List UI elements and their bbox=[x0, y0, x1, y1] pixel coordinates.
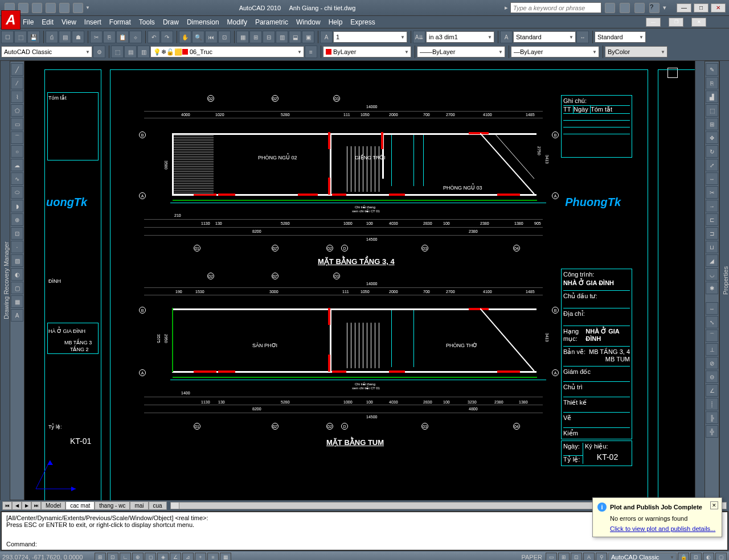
sb-maximize-icon[interactable]: ⊡ bbox=[571, 553, 582, 561]
mod-break1-icon[interactable]: ⊏ bbox=[706, 213, 718, 226]
qat-redo-icon[interactable] bbox=[59, 3, 69, 13]
tb-tool[interactable]: ⊟ bbox=[263, 31, 275, 43]
menu-parametric[interactable]: Parametric bbox=[255, 18, 288, 26]
sb-model-icon[interactable]: ▭ bbox=[546, 553, 557, 561]
textstyle-select[interactable]: Standard bbox=[513, 31, 576, 43]
mod-fillet-icon[interactable]: ◡ bbox=[706, 268, 718, 281]
draw-circle-icon[interactable]: ○ bbox=[11, 145, 23, 158]
tb-plot[interactable]: ⎙ bbox=[46, 31, 58, 43]
draw-point-icon[interactable]: · bbox=[11, 241, 23, 253]
draw-line-icon[interactable]: ╱ bbox=[11, 63, 23, 76]
mod-chamfer-icon[interactable]: ◢ bbox=[706, 254, 718, 267]
mod-trim-icon[interactable]: ✂ bbox=[706, 186, 718, 199]
sb-qp-icon[interactable]: ▦ bbox=[220, 553, 231, 561]
close-button[interactable]: ✕ bbox=[711, 3, 726, 13]
mod-explode-icon[interactable]: ✱ bbox=[706, 282, 718, 294]
lineweight-select[interactable]: — ByLayer bbox=[511, 46, 599, 57]
tb-new[interactable]: ☐ bbox=[1, 31, 14, 43]
mod-erase-icon[interactable]: ✎ bbox=[706, 63, 718, 76]
tb-ws-settings[interactable]: ⚙ bbox=[93, 46, 105, 58]
draw-arc-icon[interactable]: ⌒ bbox=[11, 131, 23, 144]
qat-undo-icon[interactable] bbox=[46, 3, 56, 13]
tb-dim1[interactable]: ↔ bbox=[576, 31, 589, 43]
sb-annovis-icon[interactable]: ⚲ bbox=[596, 553, 607, 561]
qat-save-icon[interactable] bbox=[32, 3, 42, 13]
tablestyle-select[interactable]: Standard bbox=[595, 31, 646, 43]
sb-ortho-icon[interactable]: ∟ bbox=[120, 553, 131, 561]
notif-close-icon[interactable]: ✕ bbox=[710, 501, 718, 509]
sb-lock-icon[interactable]: 🔒 bbox=[678, 553, 689, 561]
mod-mirror-icon[interactable]: ▟ bbox=[706, 90, 718, 103]
menu-window[interactable]: Window bbox=[296, 18, 321, 26]
draw-ellipse-icon[interactable]: ⬭ bbox=[11, 186, 23, 199]
tb-open[interactable]: ⬚ bbox=[14, 31, 27, 43]
mod-scale-icon[interactable]: ⤢ bbox=[706, 159, 718, 171]
draw-gradient-icon[interactable]: ◐ bbox=[11, 268, 23, 281]
doc-restore[interactable]: ❐ bbox=[669, 18, 683, 27]
layer-select[interactable]: 💡❄🔓🟨 06_Truc bbox=[150, 46, 304, 57]
tb-publish[interactable]: ☗ bbox=[72, 31, 84, 43]
draw-polygon-icon[interactable]: ⬠ bbox=[11, 104, 23, 117]
dim-base-icon[interactable]: ╠ bbox=[706, 411, 718, 424]
doc-close[interactable]: ✕ bbox=[691, 18, 706, 27]
sb-dyn-icon[interactable]: + bbox=[195, 553, 206, 561]
right-palette-tabs[interactable]: Properties bbox=[719, 61, 729, 500]
menu-modify[interactable]: Modify bbox=[227, 18, 247, 26]
tb-preview[interactable]: ▤ bbox=[59, 31, 71, 43]
draw-ellipsearc-icon[interactable]: ◗ bbox=[11, 200, 23, 212]
mod-offset-icon[interactable]: ⬚ bbox=[706, 104, 718, 117]
tb-match[interactable]: ⟐ bbox=[129, 31, 142, 43]
tab-cacmat[interactable]: cac mat bbox=[65, 501, 95, 510]
sb-polar-icon[interactable]: ⊕ bbox=[132, 553, 144, 561]
dim-cont-icon[interactable]: ╬ bbox=[706, 425, 718, 438]
draw-cline-icon[interactable]: ∕ bbox=[11, 77, 23, 89]
tb-zoom[interactable]: 🔍 bbox=[192, 31, 204, 43]
drawing-canvas[interactable]: Ghi chú: TT Ngày Tóm tắt PhuongTk Công t… bbox=[24, 61, 695, 500]
draw-rect-icon[interactable]: ▭ bbox=[11, 118, 23, 130]
tb-layer1[interactable]: ▤ bbox=[124, 46, 137, 58]
tb-anno[interactable]: A bbox=[320, 31, 333, 43]
dim-linear-icon[interactable]: ↔ bbox=[706, 302, 718, 315]
tb-save[interactable]: 💾 bbox=[27, 31, 40, 43]
ltab-prev[interactable]: ◀ bbox=[12, 501, 22, 510]
ltab-last[interactable]: ⏭ bbox=[31, 501, 41, 510]
maximize-button[interactable]: □ bbox=[694, 3, 708, 13]
tb-paste[interactable]: 📋 bbox=[116, 31, 129, 43]
draw-insert-icon[interactable]: ⊕ bbox=[11, 213, 23, 226]
dim-arc-icon[interactable]: ⌒ bbox=[706, 330, 718, 342]
anno-layout-select[interactable]: in a3 dim1 bbox=[426, 31, 494, 43]
draw-table-icon[interactable]: ▦ bbox=[11, 295, 23, 308]
tb-dc[interactable]: ⊞ bbox=[249, 31, 262, 43]
mod-break2-icon[interactable]: ⊐ bbox=[706, 227, 718, 240]
menu-express[interactable]: Express bbox=[350, 18, 375, 26]
dim-aligned-icon[interactable]: ⤡ bbox=[706, 316, 718, 328]
tb-zoomprev[interactable]: ⏮ bbox=[205, 31, 218, 43]
workspace-select[interactable]: AutoCAD Classic bbox=[1, 46, 92, 57]
sb-grid-icon[interactable]: ⊡ bbox=[107, 553, 118, 561]
search-icon[interactable] bbox=[605, 3, 615, 13]
cmd-prompt[interactable]: Command: bbox=[6, 541, 723, 547]
tab-mai[interactable]: mai bbox=[130, 501, 148, 510]
sb-osnap-icon[interactable]: ◻ bbox=[145, 553, 156, 561]
tab-cua[interactable]: cua bbox=[149, 501, 167, 510]
sb-ducs-icon[interactable]: ⊿ bbox=[182, 553, 194, 561]
comm-icon[interactable] bbox=[620, 3, 630, 13]
menu-file[interactable]: File bbox=[23, 18, 34, 26]
tb-copy[interactable]: ⎘ bbox=[103, 31, 116, 43]
mod-array-icon[interactable]: ⊞ bbox=[706, 118, 718, 130]
tb-cut[interactable]: ✂ bbox=[90, 31, 103, 43]
sb-snap-icon[interactable]: ⊞ bbox=[95, 553, 106, 561]
mod-join-icon[interactable]: ⊔ bbox=[706, 241, 718, 253]
annotation-scale-select[interactable]: 1 bbox=[333, 31, 407, 43]
mod-stretch-icon[interactable]: ↔ bbox=[706, 172, 718, 185]
minimize-button[interactable]: — bbox=[677, 3, 691, 13]
sb-3dosnap-icon[interactable]: ◈ bbox=[157, 553, 169, 561]
tb-props[interactable]: ▦ bbox=[236, 31, 249, 43]
tb-ssm[interactable]: ▥ bbox=[276, 31, 288, 43]
mod-copy-icon[interactable]: ⎘ bbox=[706, 77, 718, 89]
draw-revcloud-icon[interactable]: ☁ bbox=[11, 159, 23, 171]
sb-ws-select[interactable]: AutoCAD Classic bbox=[608, 553, 677, 561]
dim-rad-icon[interactable]: ⊘ bbox=[706, 357, 718, 369]
dim-ord-icon[interactable]: ⊥ bbox=[706, 343, 718, 356]
tb-layer2[interactable]: ▥ bbox=[137, 46, 150, 58]
